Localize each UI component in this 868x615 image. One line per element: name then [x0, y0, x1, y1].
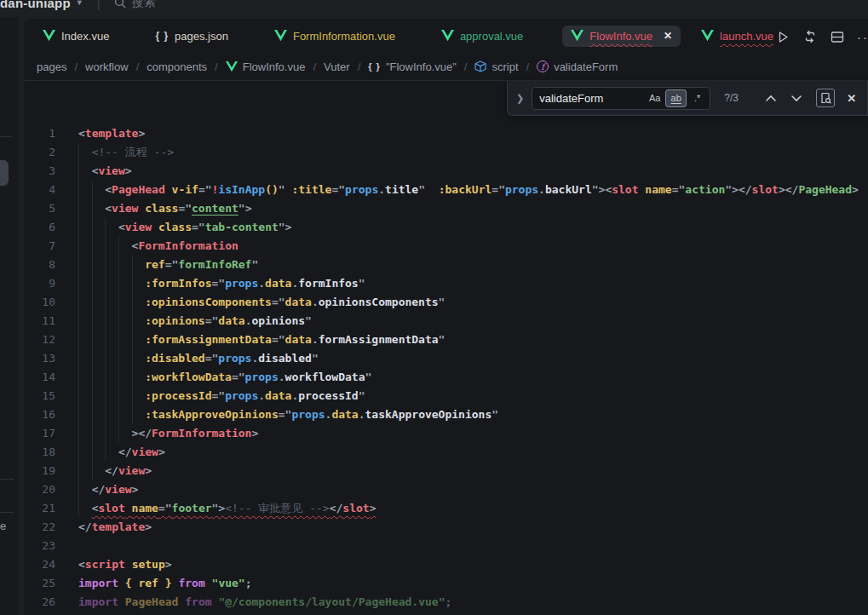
indent-guide [105, 274, 118, 293]
indent-guide [105, 312, 118, 330]
token: > [251, 427, 258, 440]
code-line-content: <FormInformation [78, 237, 239, 256]
whole-word-button[interactable]: ab [666, 90, 686, 106]
tab-forminformation-vue[interactable]: FormInformation.vue [267, 26, 402, 47]
project-name[interactable]: dan-uniapp [0, 0, 71, 10]
split-editor-icon[interactable] [830, 29, 845, 44]
token: import [78, 595, 118, 608]
token: slot [98, 502, 124, 514]
token: </ [105, 464, 118, 477]
tab-pages-json[interactable]: { }pages.json [148, 26, 235, 47]
breadcrumb-item[interactable]: Vuter [324, 60, 350, 73]
indent-guide [132, 312, 146, 330]
token: from [185, 595, 211, 608]
token: name [645, 183, 671, 196]
code-line: 23 [24, 537, 868, 555]
token: data [218, 314, 244, 327]
token: import [78, 577, 118, 589]
token: " [305, 314, 312, 327]
breadcrumb-item[interactable]: script [474, 60, 518, 73]
token: > [158, 445, 165, 458]
global-search[interactable]: 搜索 [114, 0, 156, 10]
regex-button[interactable]: .* [687, 90, 707, 106]
more-actions-icon[interactable]: ··· [857, 30, 868, 44]
token: =" [205, 352, 219, 365]
token [152, 221, 158, 233]
code-line: 3<view> [24, 162, 868, 181]
code-line-content: <script setup> [78, 555, 172, 574]
token: backUrl [545, 183, 592, 196]
token: " [439, 296, 445, 308]
code-line: 1<template> [24, 124, 868, 143]
breadcrumb-item[interactable]: FlowInfo.vue [226, 60, 306, 73]
token: template [85, 127, 139, 140]
indent-guide [92, 237, 106, 256]
code-editor[interactable]: 1<template>2<!-- 流程 -->3<view>4<PageHead… [24, 124, 868, 615]
vue-icon [226, 61, 238, 72]
tab-flowinfo-vue[interactable]: FlowInfo.vue✕ [562, 26, 681, 47]
indent-guide [78, 162, 92, 181]
breadcrumb-item[interactable]: pages [37, 60, 66, 73]
line-number: 7 [24, 237, 55, 256]
indent-guide [92, 312, 106, 330]
token: > [138, 127, 145, 140]
tab-index-vue[interactable]: Index.vue [36, 26, 116, 47]
token: . [359, 408, 365, 421]
token: =" [331, 183, 345, 196]
code-line-content: :opinionsComponents="data.opinionsCompon… [78, 293, 445, 312]
indent-guide [132, 387, 146, 405]
sidebar-scroll-handle[interactable] [0, 160, 9, 186]
token: " [359, 277, 365, 290]
token: " [491, 408, 498, 421]
code-line-content: <!-- 流程 --> [78, 143, 174, 162]
tab-launch-vue[interactable]: launch.vue [694, 26, 780, 47]
line-number: 6 [24, 218, 55, 237]
code-line: 26import PageHead from "@/components/lay… [24, 593, 868, 612]
indent-guide [92, 181, 106, 199]
close-find-icon[interactable]: ✕ [847, 92, 856, 105]
line-number: 17 [24, 424, 55, 443]
match-case-button[interactable]: Aa [645, 90, 664, 106]
code-line-content: :formAssignmentData="data.formAssignment… [78, 330, 445, 349]
match-count: ?/3 [724, 92, 753, 104]
breadcrumb-item[interactable]: workflow [85, 60, 129, 73]
sync-changes-icon[interactable] [802, 29, 818, 44]
code-line: 24<script setup> [24, 555, 868, 574]
indent-guide [78, 499, 92, 518]
indent-guide [78, 387, 92, 405]
breadcrumb-item[interactable]: fvalidateForm [537, 60, 618, 73]
indent-guide [78, 312, 92, 330]
code-line-content: </template> [78, 518, 152, 537]
indent-guide [92, 293, 106, 312]
line-number: 12 [24, 330, 55, 349]
tab-label: FormInformation.vue [293, 30, 395, 43]
breadcrumb-item[interactable]: { }"FlowInfo.vue" [368, 60, 457, 73]
indent-guide [105, 443, 118, 462]
token: tab-content [205, 221, 279, 233]
token: < [105, 202, 112, 215]
token: props [291, 408, 325, 421]
token: > [145, 520, 152, 533]
code-line: 11:opinions="data.opinions" [24, 312, 868, 330]
indent-guide [78, 424, 92, 443]
tab-label: FlowInfo.vue [589, 30, 652, 43]
find-input[interactable] [539, 92, 643, 105]
indent-guide [78, 218, 92, 237]
code-line-content: :disabled="props.disabled" [78, 349, 319, 368]
breadcrumb-item[interactable]: components [147, 60, 207, 73]
code-line-content: :taskApproveOpinions="props.data.taskApp… [78, 405, 498, 424]
token: props [345, 183, 378, 196]
token: ref [145, 258, 164, 271]
token: data [285, 333, 312, 346]
tab-approval-vue[interactable]: approval.vue [434, 26, 530, 47]
run-button[interactable] [775, 29, 790, 44]
previous-match-button[interactable] [765, 90, 777, 106]
indent-guide [92, 462, 106, 480]
find-in-selection-button[interactable] [816, 89, 835, 107]
token: . [258, 277, 265, 290]
next-match-button[interactable] [790, 90, 802, 106]
close-tab-icon[interactable]: ✕ [664, 30, 672, 42]
token: view [98, 164, 124, 177]
code-line: 5<view class="content"> [24, 199, 868, 218]
toggle-replace-icon[interactable]: ❯ [516, 93, 524, 104]
